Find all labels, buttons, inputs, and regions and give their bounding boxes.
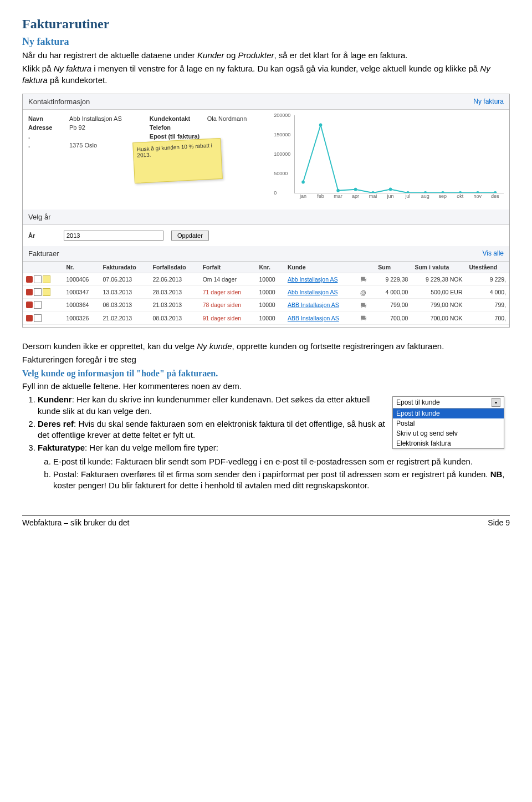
dropdown-option[interactable]: Skriv ut og send selv [393, 428, 504, 438]
pdf-icon[interactable] [26, 302, 33, 308]
delivery-icon [360, 276, 368, 283]
sticky-note: Husk å gi kunden 10 % rabatt i 2013. [132, 138, 223, 183]
panel-title: Velg år [28, 213, 50, 221]
dropdown-selected: Epost til kunde [396, 399, 440, 406]
note-icon[interactable] [43, 288, 50, 296]
page-icon[interactable] [34, 275, 42, 283]
svg-point-6 [407, 191, 410, 193]
ny-faktura-link[interactable]: Ny faktura [473, 98, 504, 106]
svg-point-8 [442, 191, 445, 193]
table-header: Kunde [284, 262, 357, 273]
year-input[interactable] [64, 231, 163, 241]
update-button[interactable]: Oppdater [171, 231, 209, 241]
svg-point-7 [424, 191, 427, 193]
table-header: Sum i valuta [411, 262, 466, 273]
page-icon[interactable] [34, 314, 42, 322]
table-header [357, 262, 375, 273]
year-label: År [28, 232, 56, 239]
table-header: Sum [375, 262, 411, 273]
dropdown-option[interactable]: Elektronisk faktura [393, 438, 504, 448]
page-icon[interactable] [34, 288, 42, 296]
fakturatype-dropdown[interactable]: Epost til kunde ▾ Epost til kundePostalS… [392, 396, 504, 449]
svg-point-2 [337, 189, 340, 192]
svg-point-4 [372, 191, 375, 193]
list-item: Postal: Fakturaen overføres til et firma… [53, 469, 510, 492]
note-icon[interactable] [43, 275, 50, 283]
pdf-icon[interactable] [26, 289, 33, 295]
info-col-left: NavnAbb Installasjon AS AdressePb 92 . .… [28, 115, 122, 204]
dropdown-option[interactable]: Epost til kunde [393, 408, 504, 418]
heading-2: Ny faktura [22, 36, 510, 48]
panel-title: Kontaktinformasjon [28, 98, 90, 106]
table-row[interactable]: 100032621.02.201308.03.201391 dager side… [23, 311, 509, 324]
svg-point-1 [319, 123, 323, 126]
dropdown-option[interactable]: Postal [393, 418, 504, 428]
pdf-icon[interactable] [26, 276, 33, 283]
table-header: Forfallsdato [150, 262, 200, 273]
footer-right: Side 9 [488, 518, 510, 527]
table-header: Forfalt [200, 262, 256, 273]
paragraph: Dersom kunden ikke er opprettet, kan du … [22, 341, 510, 352]
panel-header: Velg år [23, 210, 509, 225]
svg-point-3 [354, 187, 357, 191]
paragraph: Faktureringen foregår i tre steg [22, 354, 510, 365]
table-header: Knr. [255, 262, 284, 273]
svg-point-0 [302, 180, 305, 183]
paragraph: Fyll inn de aktuelle feltene. Her kommen… [22, 381, 510, 392]
footer-left: Webfaktura – slik bruker du det [22, 518, 130, 527]
page-icon[interactable] [34, 301, 42, 309]
paragraph: Klikk på Ny faktura i menyen til venstre… [22, 63, 510, 86]
svg-point-11 [494, 191, 497, 193]
table-row[interactable]: 100034713.03.201328.03.201371 dager side… [23, 285, 509, 298]
paragraph: Når du har registrert de aktuelle dataen… [22, 50, 510, 61]
table-header: Fakturadato [100, 262, 150, 273]
svg-point-10 [477, 191, 480, 193]
page-footer: Webfaktura – slik bruker du det Side 9 [22, 515, 510, 527]
screenshot-kontaktinfo: Kontaktinformasjon Ny faktura NavnAbb In… [22, 94, 510, 328]
table-row[interactable]: 100036406.03.201321.03.201378 dager side… [23, 299, 509, 311]
vis-alle-link[interactable]: Vis alle [483, 249, 504, 258]
chevron-down-icon[interactable]: ▾ [492, 398, 500, 407]
panel-header: Kontaktinformasjon Ny faktura [23, 94, 509, 110]
chart: 050000100000150000200000 janfebmaraprmai… [263, 115, 504, 204]
delivery-icon: @ [360, 289, 368, 296]
delivery-icon [360, 302, 368, 309]
svg-point-9 [459, 191, 462, 193]
table-header: Nr. [63, 262, 99, 273]
list-item: E-post til kunde: Fakturaen blir sendt s… [53, 456, 510, 467]
table-header [23, 262, 63, 273]
panel-header: Fakturaer Vis alle [23, 246, 509, 262]
heading-1: Fakturarutiner [22, 17, 510, 32]
list-item: Fakturatype: Her kan du velge mellom fir… [38, 442, 510, 491]
heading-3: Velg kunde og informasjon til "hode" på … [22, 369, 510, 379]
svg-point-5 [389, 187, 392, 191]
panel-title: Fakturaer [28, 249, 59, 258]
table-row[interactable]: 100040607.06.201322.06.2013Om 14 dager10… [23, 273, 509, 285]
table-header: Uteståend [466, 262, 510, 273]
delivery-icon [360, 315, 368, 321]
fakturaer-table: Nr.FakturadatoForfallsdatoForfaltKnr.Kun… [23, 262, 509, 325]
pdf-icon[interactable] [26, 315, 33, 321]
